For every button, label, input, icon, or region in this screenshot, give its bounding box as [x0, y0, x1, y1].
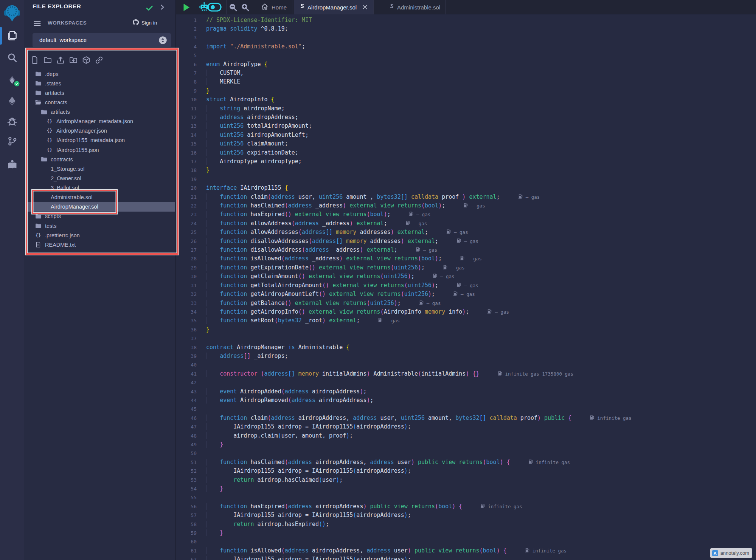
cube-icon[interactable] [82, 56, 90, 66]
debugger-icon[interactable] [0, 117, 24, 127]
tree-item-1-storage-sol[interactable]: 1_Storage.sol [26, 164, 175, 173]
tree-item-iairdrop1155-metadata-json[interactable]: {}IAirdrop1155_metadata.json [26, 136, 175, 145]
tree-item-2-owner-sol[interactable]: 2_Owner.sol [26, 173, 175, 183]
tree-item-contracts[interactable]: contracts [26, 97, 175, 107]
code-line-24: 24 function allowAddress(address _addres… [176, 219, 698, 228]
code-line-33: 33 function getBalance() external view r… [176, 299, 698, 308]
tree-item-airdropmanager-sol[interactable]: AirdropManager.sol [26, 202, 175, 212]
new-folder-icon[interactable] [43, 56, 52, 66]
code-line-12: 12 address airdropAddress; [176, 113, 698, 122]
gas-estimate: – gas [433, 272, 455, 281]
gas-estimate: – gas [405, 219, 427, 228]
tree-item--deps[interactable]: .deps [26, 69, 175, 79]
gas-pump-icon [498, 370, 503, 378]
tree-item-iairdrop1155-json[interactable]: {}IAirdrop1155.json [26, 145, 175, 155]
code-line-57: 57 IAirdrop1155 airdrop = IAirdrop1155(a… [176, 511, 698, 520]
tree-item-contracts[interactable]: contracts [26, 155, 175, 164]
line-number: 3 [176, 33, 197, 42]
tree-item-scripts[interactable]: scripts [26, 212, 175, 221]
tree-item--prettierrc-json[interactable]: {}.prettierrc.json [26, 230, 175, 240]
tree-item-artifacts[interactable]: artifacts [26, 107, 175, 117]
code-line-27: 27 function disallowAddress(address _add… [176, 246, 698, 254]
home-icon [261, 3, 269, 12]
code-editor[interactable]: 1// SPDX-License-Identifier: MIT2pragma … [176, 14, 698, 560]
line-number: 55 [176, 493, 197, 502]
link-icon[interactable] [95, 56, 103, 66]
gas-estimate: – gas [409, 210, 431, 219]
tree-item-label: scripts [45, 213, 61, 219]
tree-item-tests[interactable]: tests [26, 221, 175, 230]
tree-item-clipped[interactable] [26, 249, 175, 259]
code-line-49: 49 } [176, 440, 698, 449]
line-number: 39 [176, 352, 197, 360]
code-line-19: 19 [176, 175, 698, 184]
code-line-17: 17 AirdropType airdropType; [176, 157, 698, 166]
line-number: 33 [176, 299, 197, 308]
tree-item-airdropmanager-metadata-json[interactable]: {}AirdropManager_metadata.json [26, 117, 175, 126]
new-file-icon[interactable] [31, 56, 39, 66]
code-line-48: 48 airdrop.claim(user, amount, proof); [176, 432, 698, 440]
code-line-42: 42 [176, 378, 698, 387]
run-script-button[interactable] [182, 0, 191, 14]
learneth-icon[interactable] [0, 159, 24, 170]
zoom-out-button[interactable] [228, 0, 238, 14]
code-line-58: 58 return airdrop.hasExpired(); [176, 520, 698, 529]
upload-folder-icon[interactable] [69, 56, 78, 66]
json-icon: {} [35, 233, 42, 238]
folder-icon [35, 223, 42, 229]
line-number: 18 [176, 166, 197, 175]
line-number: 27 [176, 246, 197, 254]
workspaces-row: WORKSPACES Sign in [24, 18, 176, 29]
sign-in-button[interactable]: Sign in [132, 19, 157, 27]
code-line-23: 23 function hasExpired() external view r… [176, 210, 698, 219]
git-icon[interactable] [0, 136, 24, 146]
code-line-3: 3 [176, 33, 698, 42]
chevron-right-icon[interactable] [159, 4, 166, 12]
deploy-run-icon[interactable] [0, 96, 24, 106]
tree-item-label: IAirdrop1155_metadata.json [56, 137, 125, 143]
code-line-30: 30 function getClaimAmount() external vi… [176, 272, 698, 281]
file-toolbar [24, 56, 176, 66]
line-number: 9 [176, 87, 197, 95]
tree-item-airdropmanager-json[interactable]: {}AirdropManager.json [26, 126, 175, 136]
search-icon[interactable] [0, 53, 24, 62]
tree-item-artifacts[interactable]: artifacts [26, 88, 175, 97]
file-explorer-icon[interactable] [0, 30, 24, 40]
tab-administrable-sol[interactable]: Administrable.sol [384, 0, 446, 14]
workspace-select[interactable]: default_workspace [33, 33, 171, 47]
tab-airdropmanager-sol[interactable]: AirdropManager.sol [294, 0, 374, 14]
ai-toggle[interactable] [207, 0, 222, 14]
upload-file-icon[interactable] [56, 56, 65, 66]
zoom-in-button[interactable] [241, 0, 250, 14]
tree-item-administrable-sol[interactable]: Administrable.sol [26, 193, 175, 202]
code-line-53: 53 return airdrop.hasClaimed(user); [176, 476, 698, 484]
close-icon[interactable] [362, 4, 368, 10]
tree-item-readme-txt[interactable]: README.txt [26, 240, 175, 249]
check-icon [145, 4, 154, 14]
tree-item-label: 3_Ballot.sol [51, 185, 79, 191]
json-icon: {} [46, 147, 53, 153]
tab-home[interactable]: Home [256, 0, 292, 14]
remix-logo[interactable] [0, 5, 24, 22]
line-number: 13 [176, 122, 197, 130]
tree-item-3-ballot-sol[interactable]: 3_Ballot.sol [26, 183, 175, 193]
tree-item--states[interactable]: .states [26, 79, 175, 88]
select-arrows-icon [158, 36, 167, 46]
json-icon: {} [46, 138, 53, 143]
line-number: 57 [176, 511, 197, 520]
code-line-40: 40 [176, 360, 698, 369]
line-number: 6 [176, 60, 197, 69]
code-line-46: 46 function claim(address airdropAddress… [176, 414, 698, 422]
line-number: 38 [176, 343, 197, 352]
line-number: 34 [176, 308, 197, 316]
doc-icon [35, 242, 42, 248]
sol-icon [300, 4, 304, 11]
gas-estimate: – gas [518, 193, 540, 201]
workspace-name: default_workspace [39, 37, 87, 43]
line-number: 35 [176, 316, 197, 325]
solidity-compiler-icon[interactable] [0, 76, 24, 85]
code-line-16: 16 uint256 expirationDate; [176, 149, 698, 157]
line-number: 5 [176, 51, 197, 60]
hamburger-menu-icon[interactable] [33, 20, 41, 29]
code-line-43: 43 event AirdropAdded(address airdropAdd… [176, 387, 698, 396]
